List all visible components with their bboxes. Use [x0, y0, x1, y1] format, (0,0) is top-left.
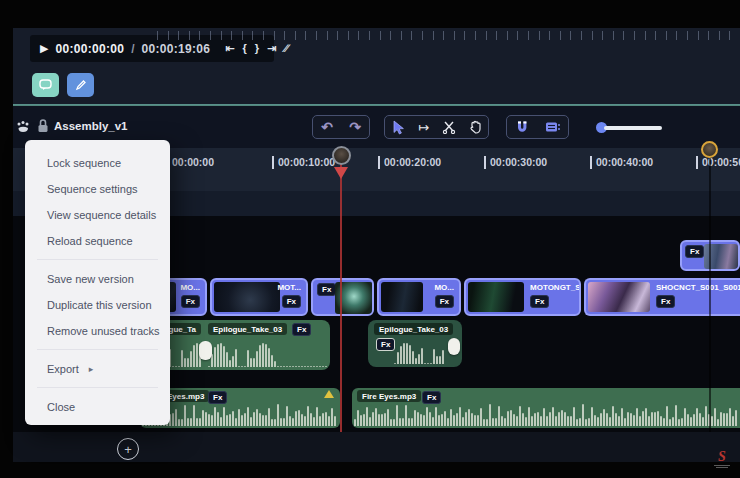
extend-edit-tool-button[interactable]: ↦ — [413, 117, 435, 137]
goto-in-icon[interactable]: ⇤ — [225, 42, 234, 55]
zoom-slider[interactable] — [596, 122, 666, 134]
hand-tool-button[interactable] — [464, 117, 486, 137]
clip-fade-handle[interactable] — [199, 341, 212, 360]
audio-clip-label: Epilogue_Take_03 — [374, 323, 453, 335]
panel-divider-line — [13, 104, 740, 106]
select-tool-button[interactable] — [387, 117, 409, 137]
audio-waveform — [394, 340, 446, 364]
fx-badge[interactable]: Fx — [317, 283, 336, 296]
collaborator-avatar — [701, 141, 718, 158]
menu-item-remove-unused-tracks[interactable]: Remove unused tracks — [25, 318, 170, 344]
fx-badge[interactable]: Fx — [685, 245, 704, 258]
menu-divider — [37, 387, 158, 388]
razor-tool-button[interactable] — [438, 117, 460, 137]
edit-button[interactable] — [67, 73, 94, 97]
menu-divider — [37, 259, 158, 260]
menu-item-close[interactable]: Close — [25, 394, 170, 420]
clear-marks-icon[interactable]: ∕∕ — [284, 42, 288, 55]
cursor-icon — [392, 120, 404, 135]
audio-waveform — [208, 340, 328, 367]
goto-out-icon[interactable]: ⇥ — [267, 42, 276, 55]
snap-magnet-button[interactable] — [511, 117, 533, 137]
current-timecode: 00:00:00:00 — [55, 42, 124, 56]
audio-waveform — [142, 402, 338, 426]
clip-thumbnail — [468, 282, 524, 312]
undo-button[interactable]: ↶ — [316, 117, 338, 137]
plus-icon: + — [124, 442, 132, 457]
letterbox-top — [0, 0, 740, 28]
menu-divider — [37, 349, 158, 350]
play-icon[interactable]: ▶ — [40, 42, 48, 55]
clip-label: MO... — [434, 283, 454, 292]
mark-in-icon[interactable]: { — [242, 42, 246, 55]
redo-button[interactable]: ↷ — [344, 117, 366, 137]
track-height-button[interactable] — [542, 117, 564, 137]
ruler-label: 00:00:50:00 — [696, 156, 740, 169]
playhead-marker[interactable] — [334, 167, 348, 179]
add-track-button[interactable]: + — [117, 438, 139, 460]
menu-item-reload-sequence[interactable]: Reload sequence — [25, 228, 170, 254]
watermark-caption-bar — [714, 465, 730, 466]
fx-badge[interactable]: Fx — [292, 323, 311, 336]
video-clip[interactable]: MO... Fx — [377, 278, 461, 316]
sequence-name[interactable]: Assembly_v1 — [54, 120, 128, 132]
track-height-icon — [545, 121, 561, 133]
menu-item-view-sequence-details[interactable]: View sequence details — [25, 202, 170, 228]
clip-label: MOT... — [277, 283, 301, 292]
watermark-logo: S — [714, 451, 730, 468]
audio-clip[interactable]: Epilogue_Take_03 Fx — [206, 320, 330, 370]
video-clip[interactable]: Fx — [311, 278, 374, 316]
fx-badge[interactable]: Fx — [181, 295, 200, 308]
zoom-slider-track[interactable] — [604, 126, 662, 130]
duration-timecode: 00:00:19:06 — [142, 42, 211, 56]
ruler-label: 00:00:40:00 — [590, 156, 653, 169]
ruler-label: 00:00:30:00 — [484, 156, 547, 169]
sequence-context-menu: Lock sequence Sequence settings View seq… — [25, 140, 170, 425]
fx-badge[interactable]: Fx — [376, 338, 395, 351]
menu-item-sequence-settings[interactable]: Sequence settings — [25, 176, 170, 202]
video-clip[interactable]: SHOCNCT_S001_S001_T0 Fx — [584, 278, 740, 316]
scissors-icon — [442, 120, 456, 134]
chat-bubble-icon — [39, 79, 52, 91]
letterbox-left — [0, 0, 13, 478]
audio-clip[interactable]: Fire Eyes.mp3 Fx — [352, 388, 740, 428]
magnet-icon — [515, 120, 529, 134]
ruler-label: 00:00:20:00 — [378, 156, 441, 169]
editor-screen: ▶ 00:00:00:00 / 00:00:19:06 ⇤ { } ⇥ ∕∕ A… — [0, 0, 740, 478]
ruler-label: 00:00:00 — [166, 156, 214, 169]
clip-thumbnail — [381, 282, 423, 312]
playhead-avatar — [332, 146, 351, 165]
clip-thumbnail — [588, 282, 650, 312]
video-clip[interactable]: MOTONGT_S00... Fx — [464, 278, 581, 316]
mark-out-icon[interactable]: } — [255, 42, 259, 55]
audio-clip[interactable]: Eyes.mp3 Fx — [140, 388, 340, 428]
fx-badge[interactable]: Fx — [530, 295, 549, 308]
audio-clip-label: Fire Eyes.mp3 — [357, 390, 421, 402]
menu-item-lock-sequence[interactable]: Lock sequence — [25, 150, 170, 176]
menu-item-duplicate-this-version[interactable]: Duplicate this version — [25, 292, 170, 318]
menu-item-save-new-version[interactable]: Save new version — [25, 266, 170, 292]
pencil-icon — [75, 79, 87, 91]
edit-tools-group: ↦ — [384, 115, 489, 139]
collaborator-playhead-line — [709, 158, 711, 432]
hand-icon — [469, 120, 482, 134]
comment-button[interactable] — [32, 73, 59, 97]
watermark-caption-bar — [716, 467, 728, 468]
clip-thumbnail — [214, 282, 280, 312]
submenu-arrow-icon: ▸ — [89, 356, 94, 382]
video-clip[interactable]: MOT... Fx — [210, 278, 308, 316]
clip-fade-handle[interactable] — [448, 338, 460, 355]
letterbox-bottom — [0, 462, 740, 478]
lock-icon — [37, 118, 49, 134]
audio-clip-label: Epilogue_Take_03 — [208, 323, 287, 335]
ruler-label: 00:00:10:00 — [272, 156, 335, 169]
fx-badge[interactable]: Fx — [435, 295, 454, 308]
fx-badge[interactable]: Fx — [282, 295, 301, 308]
menu-item-export-label: Export — [47, 356, 79, 382]
menu-item-export[interactable]: Export ▸ — [25, 356, 170, 382]
audio-waveform — [354, 402, 738, 426]
snap-group — [506, 115, 569, 139]
timecode-separator: / — [131, 42, 134, 56]
playhead-line[interactable] — [340, 163, 342, 432]
fx-badge[interactable]: Fx — [656, 295, 675, 308]
